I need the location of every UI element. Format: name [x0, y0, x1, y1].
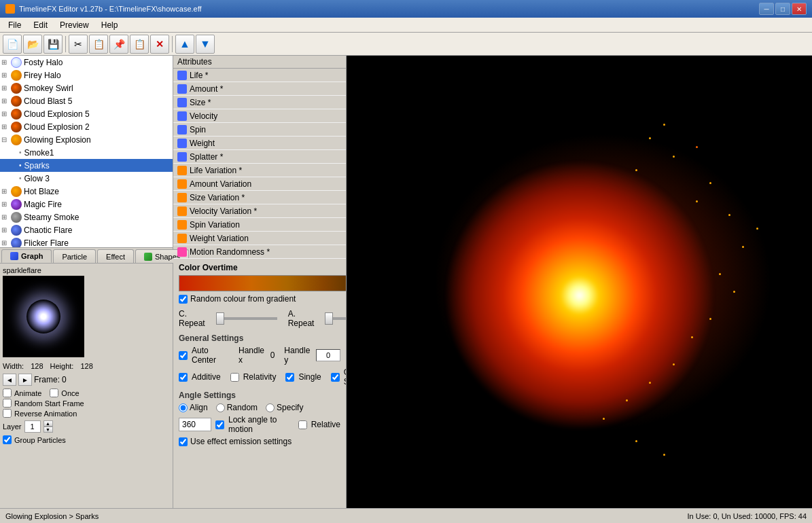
attr-spin[interactable]: Spin — [173, 123, 346, 137]
prev-frame-button[interactable]: ◄ — [3, 374, 16, 386]
single-checkbox[interactable] — [285, 373, 294, 382]
delete-button[interactable]: ✕ — [150, 35, 169, 54]
expand-icon[interactable]: ⊞ — [1, 97, 11, 105]
open-button[interactable]: 📂 — [23, 35, 42, 54]
attr-life-variation[interactable]: Life Variation * — [173, 164, 346, 177]
angle-value-input[interactable] — [179, 418, 211, 431]
window-title: TimelineFX Editor v1.27b - E:\TimelineFX… — [19, 5, 202, 13]
save-button[interactable]: 💾 — [43, 35, 63, 54]
list-item[interactable]: ⊞ Smokey Swirl — [0, 82, 173, 94]
status-bar: Glowing Explosion > Sparks In Use: 0, Un… — [0, 508, 812, 523]
move-down-button[interactable]: ▼ — [196, 35, 215, 54]
list-item[interactable]: ⊞ Magic Fire — [0, 198, 173, 211]
attr-amount-variation[interactable]: Amount Variation — [173, 177, 346, 191]
reverse-animation-checkbox[interactable] — [3, 409, 12, 418]
list-item[interactable]: • Glow 3 — [0, 172, 173, 185]
tab-effect[interactable]: Effect — [97, 249, 134, 263]
close-button[interactable]: ✕ — [792, 3, 807, 15]
tab-graph[interactable]: Graph — [1, 249, 52, 263]
expand-icon[interactable]: ⊞ — [1, 200, 11, 208]
attr-motion-randomness[interactable]: Motion Randomness * — [173, 245, 346, 259]
a-repeat-thumb[interactable] — [325, 312, 333, 325]
group-particles-checkbox[interactable] — [3, 435, 12, 444]
menu-help[interactable]: Help — [96, 19, 124, 31]
random-color-checkbox[interactable] — [179, 295, 188, 304]
attr-size-variation[interactable]: Size Variation * — [173, 191, 346, 204]
expand-icon[interactable]: ⊞ — [1, 226, 11, 234]
attr-weight-variation[interactable]: Weight Variation — [173, 232, 346, 245]
expand-icon[interactable]: ⊞ — [1, 71, 11, 79]
menu-file[interactable]: File — [3, 19, 27, 31]
cut-button[interactable]: ✂ — [69, 35, 88, 54]
additive-label: Additive — [192, 372, 221, 382]
list-item[interactable]: ⊞ Flicker Flare — [0, 236, 173, 247]
c-repeat-slider[interactable] — [216, 317, 277, 320]
expand-icon[interactable]: ⊟ — [1, 136, 11, 143]
list-item[interactable]: ⊞ Cloud Explosion 2 — [0, 120, 173, 133]
expand-icon[interactable]: ⊞ — [1, 84, 11, 92]
tab-particle[interactable]: Particle — [53, 249, 96, 263]
list-item[interactable]: ⊞ Firey Halo — [0, 69, 173, 82]
lock-angle-checkbox[interactable] — [215, 420, 224, 429]
list-item[interactable]: • Smoke1 — [0, 146, 173, 159]
list-item[interactable]: ⊞ Chaotic Flare — [0, 223, 173, 236]
attr-weight[interactable]: Weight — [173, 137, 346, 150]
attr-size[interactable]: Size * — [173, 96, 346, 109]
relative-checkbox[interactable] — [298, 420, 307, 429]
random-radio[interactable] — [216, 403, 225, 412]
list-item[interactable]: ⊟ Glowing Explosion — [0, 133, 173, 146]
align-label: Align — [190, 403, 208, 412]
handle-y-input[interactable] — [316, 349, 340, 361]
auto-center-checkbox[interactable] — [179, 351, 188, 360]
expand-icon[interactable]: ⊞ — [1, 110, 11, 118]
one-shot-checkbox[interactable] — [331, 373, 340, 382]
expand-icon[interactable]: ⊞ — [1, 123, 11, 130]
attr-velocity[interactable]: Velocity — [173, 109, 346, 123]
title-bar: TimelineFX Editor v1.27b - E:\TimelineFX… — [0, 0, 812, 18]
copy-button[interactable]: 📋 — [89, 35, 108, 54]
layer-up-button[interactable]: ▲ — [43, 420, 53, 427]
attr-amount[interactable]: Amount * — [173, 82, 346, 96]
once-checkbox[interactable] — [50, 389, 58, 397]
expand-icon[interactable]: ⊞ — [1, 239, 11, 247]
list-item[interactable]: ⊞ Hot Blaze — [0, 185, 173, 198]
list-item[interactable]: ⊞ Cloud Blast 5 — [0, 94, 173, 107]
use-effect-checkbox[interactable] — [179, 437, 188, 446]
minimize-button[interactable]: ─ — [759, 3, 774, 15]
expand-icon[interactable]: ⊞ — [1, 187, 11, 195]
menu-preview[interactable]: Preview — [54, 19, 94, 31]
additive-checkbox[interactable] — [179, 373, 188, 382]
specify-radio[interactable] — [266, 403, 275, 412]
handle-x-value: 0 — [270, 350, 275, 360]
a-repeat-item: A. Repeat — [288, 309, 346, 328]
effect-label: Chaotic Flare — [24, 226, 72, 235]
align-radio[interactable] — [179, 403, 188, 412]
menu-edit[interactable]: Edit — [28, 19, 53, 31]
general-settings-header: General Settings — [179, 333, 340, 343]
paste-button[interactable]: 📌 — [109, 35, 128, 54]
animate-checkbox[interactable] — [3, 389, 12, 397]
move-up-button[interactable]: ▲ — [175, 35, 194, 54]
a-repeat-slider[interactable] — [325, 317, 346, 320]
gradient-bar[interactable] — [179, 275, 346, 291]
attr-velocity-variation[interactable]: Velocity Variation * — [173, 204, 346, 218]
list-item-sparks[interactable]: • Sparks — [0, 159, 173, 172]
attr-life[interactable]: Life * — [173, 69, 346, 82]
paste2-button[interactable]: 📋 — [130, 35, 149, 54]
expand-icon[interactable]: ⊞ — [1, 213, 11, 221]
maximize-button[interactable]: □ — [775, 3, 790, 15]
c-repeat-thumb[interactable] — [216, 312, 224, 325]
list-item[interactable]: ⊞ Fosty Halo — [0, 56, 173, 69]
next-frame-button[interactable]: ► — [18, 374, 32, 386]
list-item[interactable]: ⊞ Cloud Explosion 5 — [0, 107, 173, 120]
expand-icon[interactable]: ⊞ — [1, 58, 11, 66]
random-start-frame-checkbox[interactable] — [3, 399, 12, 408]
attr-spin-variation[interactable]: Spin Variation — [173, 218, 346, 232]
attr-splatter[interactable]: Splatter * — [173, 150, 346, 164]
one-shot-label: One Shot — [344, 367, 346, 386]
list-item[interactable]: ⊞ Steamy Smoke — [0, 211, 173, 223]
relativity-checkbox[interactable] — [230, 373, 239, 382]
effect-label: Firey Halo — [24, 71, 61, 80]
new-button[interactable]: 📄 — [3, 35, 22, 54]
layer-down-button[interactable]: ▼ — [43, 427, 53, 433]
